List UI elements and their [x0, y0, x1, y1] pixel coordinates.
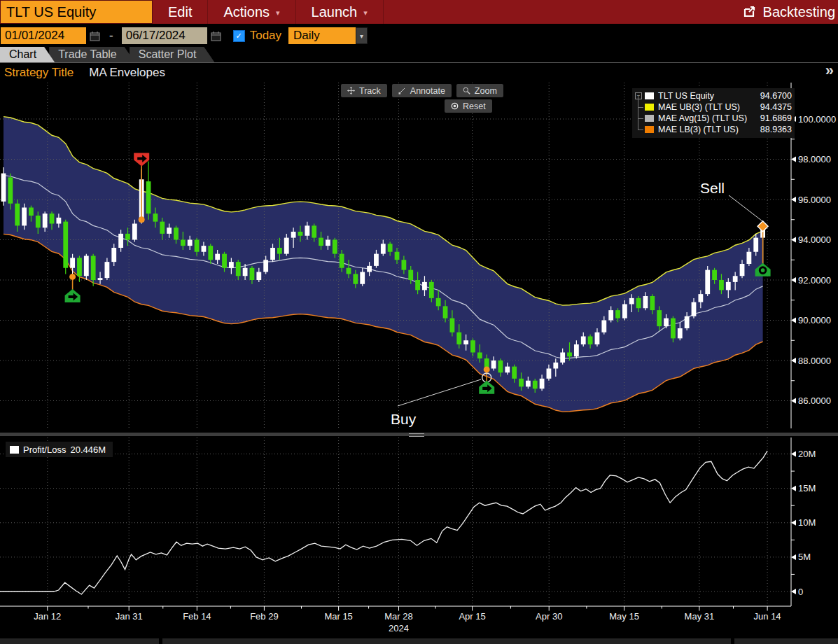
bottom-strip-segment	[734, 638, 838, 644]
legend-row[interactable]: MAE UB(3) (TLT US) 94.4375	[635, 102, 792, 113]
svg-text:Mar 28: Mar 28	[384, 611, 412, 622]
menu-actions-label: Actions	[223, 4, 270, 20]
reset-button[interactable]: Reset	[445, 99, 492, 113]
track-icon	[347, 87, 355, 94]
svg-text:10M: 10M	[798, 517, 816, 528]
reset-icon	[451, 102, 459, 110]
series-legend: − TLT US Equity 94.6700 MAE UB(3) (TLT U…	[632, 88, 795, 138]
annotate-button[interactable]: Annotate	[392, 84, 452, 97]
series-value: 94.6700	[760, 91, 792, 101]
title-bar: TLT US Equity Edit Actions ▾ Launch ▾ Ba…	[0, 0, 838, 24]
series-swatch	[645, 92, 654, 99]
date-range-dash: -	[109, 29, 113, 43]
end-date-input[interactable]: 06/17/2024	[122, 27, 207, 44]
strategy-row: Strategy Title MA Envelopes »	[0, 63, 838, 83]
svg-text:94.0000: 94.0000	[798, 234, 831, 245]
series-swatch	[645, 115, 654, 122]
svg-text:Jan 12: Jan 12	[34, 611, 61, 622]
external-link-icon[interactable]	[742, 5, 756, 19]
svg-text:20M: 20M	[798, 449, 816, 459]
series-swatch	[645, 126, 654, 133]
svg-text:15M: 15M	[798, 483, 816, 493]
svg-text:98.0000: 98.0000	[798, 154, 831, 164]
panel-divider	[0, 433, 838, 436]
tab-scatter-plot[interactable]: Scatter Plot	[130, 47, 215, 62]
start-date-input[interactable]: 01/01/2024	[1, 27, 86, 44]
svg-text:Apr 15: Apr 15	[459, 611, 485, 622]
svg-text:Apr 30: Apr 30	[536, 611, 562, 622]
svg-text:2024: 2024	[389, 623, 409, 634]
tab-chart[interactable]: Chart	[0, 47, 55, 62]
panel-resize-handle[interactable]	[409, 433, 424, 437]
svg-text:92.0000: 92.0000	[798, 275, 831, 286]
svg-text:96.0000: 96.0000	[798, 195, 831, 205]
svg-text:Feb 29: Feb 29	[250, 611, 278, 622]
pl-series-swatch	[10, 446, 19, 454]
menu-edit[interactable]: Edit	[153, 0, 208, 24]
security-ticker-input[interactable]: TLT US Equity	[0, 0, 153, 24]
series-value: 88.9363	[760, 125, 792, 134]
svg-text:May 15: May 15	[609, 611, 639, 622]
series-value: 94.4375	[760, 102, 792, 112]
svg-text:Sell: Sell	[700, 180, 725, 196]
svg-text:5M: 5M	[798, 552, 811, 562]
date-controls-row: 01/01/2024 - 06/17/2024 ✓ Today Daily ▾	[0, 24, 838, 48]
annotate-icon	[398, 87, 406, 94]
menu-launch-label: Launch	[312, 4, 358, 20]
chevron-down-icon: ▾	[276, 6, 280, 18]
series-value: 91.6869	[760, 113, 792, 123]
period-select[interactable]: Daily	[288, 27, 356, 44]
svg-text:May 31: May 31	[685, 611, 715, 622]
today-label: Today	[250, 29, 281, 43]
magnifier-icon	[463, 87, 470, 94]
menu-launch[interactable]: Launch ▾	[296, 0, 384, 24]
tab-trade-table[interactable]: Trade Table	[49, 47, 135, 62]
bottom-strip-segment	[0, 638, 159, 644]
period-select-arrow[interactable]: ▾	[356, 27, 368, 44]
chart-toolbar: Track Annotate Zoom	[341, 84, 503, 97]
menu-actions[interactable]: Actions ▾	[208, 0, 295, 24]
svg-text:Jun 14: Jun 14	[754, 611, 781, 622]
bottom-panel-strip	[0, 637, 838, 644]
legend-row[interactable]: MAE LB(3) (TLT US) 88.9363	[635, 124, 792, 135]
calendar-icon[interactable]	[211, 31, 221, 41]
series-swatch	[645, 104, 654, 111]
strategy-name[interactable]: MA Envelopes	[89, 66, 165, 80]
svg-text:Jan 31: Jan 31	[116, 611, 143, 622]
svg-text:Feb 14: Feb 14	[183, 611, 211, 622]
chevron-down-icon: ▾	[363, 6, 368, 18]
calendar-icon[interactable]	[90, 31, 100, 41]
strategy-title-label: Strategy Title	[4, 66, 74, 80]
svg-text:88.0000: 88.0000	[798, 356, 831, 366]
svg-text:Mar 15: Mar 15	[324, 611, 352, 622]
pl-legend[interactable]: Profit/Loss 20.446M	[6, 442, 113, 457]
view-tabs: Chart Trade Table Scatter Plot	[0, 48, 838, 63]
pl-value: 20.446M	[70, 444, 106, 455]
svg-text:86.0000: 86.0000	[798, 396, 831, 406]
legend-row[interactable]: − TLT US Equity 94.6700	[635, 90, 792, 102]
zoom-button[interactable]: Zoom	[456, 84, 503, 97]
svg-text:Buy: Buy	[391, 411, 417, 427]
today-checkbox[interactable]: ✓	[233, 30, 245, 42]
app-title: Backtesting	[742, 0, 838, 24]
svg-text:100.0000: 100.0000	[798, 114, 836, 125]
menu-edit-label: Edit	[168, 4, 192, 20]
tree-collapse-icon[interactable]: −	[635, 92, 642, 99]
legend-row[interactable]: MAE Avg(15) (TLT US) 91.6869	[635, 113, 792, 124]
bottom-strip-segment	[162, 638, 731, 644]
profit-loss-chart[interactable]: 05M10M15M20MJan 12Jan 31Feb 14Feb 29Mar …	[0, 428, 838, 644]
svg-text:90.0000: 90.0000	[798, 315, 831, 326]
svg-text:0: 0	[798, 587, 803, 597]
expand-panel-chevrons[interactable]: »	[825, 62, 834, 80]
track-button[interactable]: Track	[341, 84, 387, 97]
